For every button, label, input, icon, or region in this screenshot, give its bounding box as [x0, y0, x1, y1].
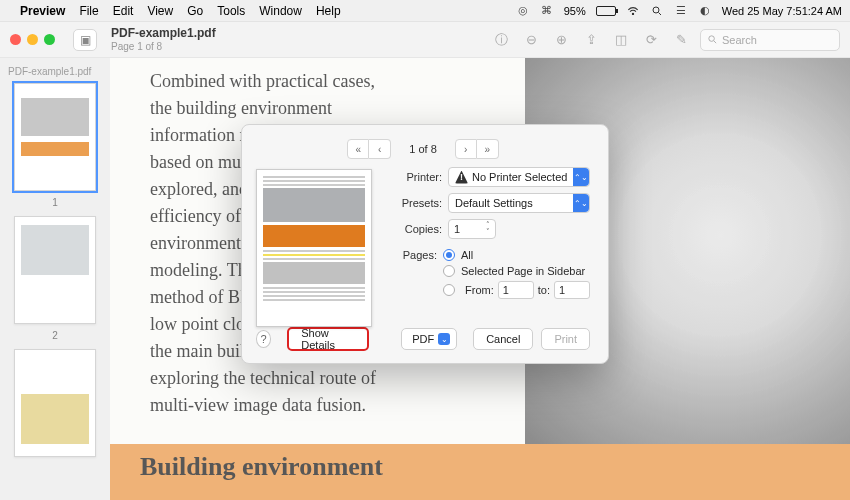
document-subtitle: Page 1 of 8 [111, 41, 216, 52]
battery-percent: 95% [564, 5, 586, 17]
siri-icon[interactable]: ◐ [698, 4, 712, 18]
rotate-icon[interactable]: ⟳ [640, 29, 662, 51]
presets-label: Presets: [394, 197, 442, 209]
copies-stepper[interactable]: 1 ˄˅ [448, 219, 496, 239]
print-preview-col [256, 167, 384, 327]
page-indicator: 1 of 8 [409, 143, 437, 155]
svg-point-2 [709, 36, 715, 42]
printer-label: Printer: [394, 171, 442, 183]
file-menu[interactable]: File [79, 4, 98, 18]
accessibility-icon[interactable]: ⌘ [540, 4, 554, 18]
wifi-icon[interactable] [626, 4, 640, 18]
preview-toolbar: ▣ PDF-example1.pdf Page 1 of 8 ⓘ ⊖ ⊕ ⇪ ◫… [0, 22, 850, 58]
document-title: PDF-example1.pdf [111, 27, 216, 40]
window-controls [10, 34, 55, 45]
help-menu[interactable]: Help [316, 4, 341, 18]
pages-range-radio[interactable] [443, 284, 455, 296]
status-icon[interactable]: ◎ [516, 4, 530, 18]
macos-menubar: Preview File Edit View Go Tools Window H… [0, 0, 850, 22]
svg-point-1 [653, 7, 659, 13]
help-button[interactable]: ? [256, 330, 271, 348]
control-center-icon[interactable]: ☰ [674, 4, 688, 18]
pages-selected-label: Selected Page in Sidebar [461, 265, 585, 277]
chevron-updown-icon: ⌃⌄ [573, 168, 589, 186]
pages-all-label: All [461, 249, 473, 261]
pdf-label: PDF [412, 333, 434, 345]
printer-select[interactable]: ! No Printer Selected ⌃⌄ [448, 167, 590, 187]
clock[interactable]: Wed 25 May 7:51:24 AM [722, 5, 842, 17]
last-page-button[interactable]: » [477, 139, 499, 159]
app-menu[interactable]: Preview [20, 4, 65, 18]
search-placeholder: Search [722, 34, 757, 46]
zoom-out-icon[interactable]: ⊖ [520, 29, 542, 51]
to-label: to: [538, 284, 550, 296]
pages-label: Pages: [394, 249, 437, 261]
copies-value: 1 [454, 223, 460, 235]
info-icon[interactable]: ⓘ [490, 29, 512, 51]
highlight-icon[interactable]: ◫ [610, 29, 632, 51]
from-field[interactable]: 1 [498, 281, 534, 299]
window-menu[interactable]: Window [259, 4, 302, 18]
cancel-button[interactable]: Cancel [473, 328, 533, 350]
print-dialog: « ‹ 1 of 8 › » [241, 124, 609, 364]
close-window-icon[interactable] [10, 34, 21, 45]
content-area: PDF-example1.pdf 1 2 Combined with pract… [0, 58, 850, 500]
share-icon[interactable]: ⇪ [580, 29, 602, 51]
presets-select[interactable]: Default Settings ⌃⌄ [448, 193, 590, 213]
edit-menu[interactable]: Edit [113, 4, 134, 18]
chevron-down-icon: ⌄ [438, 333, 450, 345]
menubar-right: ◎ ⌘ 95% ☰ ◐ Wed 25 May 7:51:24 AM [516, 4, 842, 18]
svg-point-0 [632, 13, 633, 14]
presets-value: Default Settings [455, 197, 533, 209]
zoom-window-icon[interactable] [44, 34, 55, 45]
search-input[interactable]: Search [700, 29, 840, 51]
sidebar-toggle-button[interactable]: ▣ [73, 29, 97, 51]
from-label: From: [465, 284, 494, 296]
warning-icon: ! [455, 171, 468, 184]
stepper-icon: ˄˅ [483, 221, 493, 237]
print-button[interactable]: Print [541, 328, 590, 350]
pages-all-radio[interactable] [443, 249, 455, 261]
pdf-dropdown[interactable]: PDF ⌄ [401, 328, 457, 350]
printer-value: No Printer Selected [472, 171, 567, 183]
minimize-window-icon[interactable] [27, 34, 38, 45]
chevron-updown-icon: ⌃⌄ [573, 194, 589, 212]
print-preview [256, 169, 372, 327]
print-fields: Printer: ! No Printer Selected ⌃⌄ Preset… [394, 167, 590, 299]
tools-menu[interactable]: Tools [217, 4, 245, 18]
prev-page-button[interactable]: ‹ [369, 139, 391, 159]
dialog-footer: ? Show Details PDF ⌄ Cancel Print [256, 327, 590, 351]
next-page-button[interactable]: › [455, 139, 477, 159]
battery-icon[interactable] [596, 6, 616, 16]
first-page-button[interactable]: « [347, 139, 369, 159]
zoom-in-icon[interactable]: ⊕ [550, 29, 572, 51]
pages-selected-radio[interactable] [443, 265, 455, 277]
document-title-block: PDF-example1.pdf Page 1 of 8 [111, 27, 216, 51]
search-icon[interactable] [650, 4, 664, 18]
preview-nav: « ‹ 1 of 8 › » [256, 139, 590, 159]
print-dialog-overlay: « ‹ 1 of 8 › » [0, 58, 850, 500]
go-menu[interactable]: Go [187, 4, 203, 18]
view-menu[interactable]: View [147, 4, 173, 18]
to-field[interactable]: 1 [554, 281, 590, 299]
markup-icon[interactable]: ✎ [670, 29, 692, 51]
copies-label: Copies: [394, 223, 442, 235]
show-details-button[interactable]: Show Details [287, 327, 368, 351]
